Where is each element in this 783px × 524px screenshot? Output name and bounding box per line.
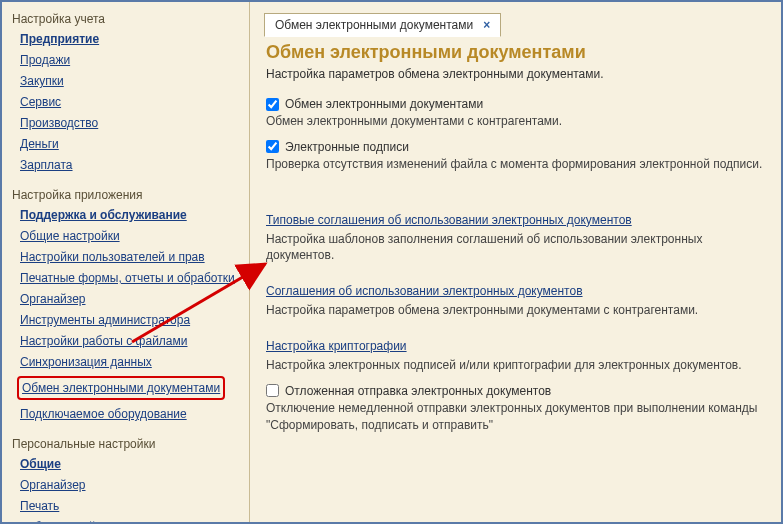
nav-personal-general[interactable]: Общие [20,455,243,473]
desc-text: Отключение немедленной отправки электрон… [266,400,765,434]
page-subtitle: Настройка параметров обмена электронными… [266,67,765,81]
checkbox-row-delayed: Отложенная отправка электронных документ… [266,384,765,398]
checkbox-row-edoc: Обмен электронными документами [266,97,765,111]
nav-print-forms[interactable]: Печатные формы, отчеты и обработки [20,269,243,287]
checkbox-delayed-send[interactable] [266,384,279,397]
content-area: Обмен электронными документами × Обмен э… [250,2,781,522]
nav-support[interactable]: Поддержка и обслуживание [20,206,243,224]
link-agreements[interactable]: Соглашения об использовании электронных … [266,284,583,298]
desc-text: Обмен электронными документами с контраг… [266,113,765,130]
nav-edoc-exchange[interactable]: Обмен электронными документами [17,376,225,400]
desc-text: Настройка параметров обмена электронными… [266,302,765,319]
checkbox-edoc[interactable] [266,98,279,111]
nav-general-settings[interactable]: Общие настройки [20,227,243,245]
checkbox-label: Отложенная отправка электронных документ… [285,384,551,398]
nav-user-settings[interactable]: Настройки пользователей и прав [20,248,243,266]
link-crypto-settings[interactable]: Настройка криптографии [266,339,407,353]
close-icon[interactable]: × [483,18,490,32]
tab-strip: Обмен электронными документами × [264,12,767,36]
link-typical-agreements[interactable]: Типовые соглашения об использовании элек… [266,213,632,227]
nav-sales[interactable]: Продажи [20,51,243,69]
nav-sync[interactable]: Синхронизация данных [20,353,243,371]
nav-salary[interactable]: Зарплата [20,156,243,174]
nav-personal-organizer[interactable]: Органайзер [20,476,243,494]
desc-text: Проверка отсутствия изменений файла с мо… [266,156,765,173]
nav-purchases[interactable]: Закупки [20,72,243,90]
nav-service[interactable]: Сервис [20,93,243,111]
nav-file-settings[interactable]: Настройки работы с файлами [20,332,243,350]
tab-edoc[interactable]: Обмен электронными документами × [264,13,501,37]
desc-text: Настройка электронных подписей и/или кри… [266,357,765,374]
nav-production[interactable]: Производство [20,114,243,132]
nav-personal-print[interactable]: Печать [20,497,243,515]
section-title: Персональные настройки [12,437,243,451]
nav-money[interactable]: Деньги [20,135,243,153]
checkbox-signatures[interactable] [266,140,279,153]
nav-personal-files[interactable]: Работа с файлами [20,518,243,522]
tab-label: Обмен электронными документами [275,18,473,32]
nav-enterprise[interactable]: Предприятие [20,30,243,48]
section-title: Настройка учета [12,12,243,26]
page-title: Обмен электронными документами [266,42,765,63]
checkbox-label: Электронные подписи [285,140,409,154]
sidebar: Настройка учета Предприятие Продажи Заку… [2,2,250,522]
nav-hardware[interactable]: Подключаемое оборудование [20,405,243,423]
section-title: Настройка приложения [12,188,243,202]
app-window: Настройка учета Предприятие Продажи Заку… [0,0,783,524]
panel: Обмен электронными документами Настройка… [264,42,767,433]
desc-text: Настройка шаблонов заполнения соглашений… [266,231,765,265]
checkbox-row-signatures: Электронные подписи [266,140,765,154]
nav-organizer[interactable]: Органайзер [20,290,243,308]
checkbox-label: Обмен электронными документами [285,97,483,111]
nav-admin-tools[interactable]: Инструменты администратора [20,311,243,329]
